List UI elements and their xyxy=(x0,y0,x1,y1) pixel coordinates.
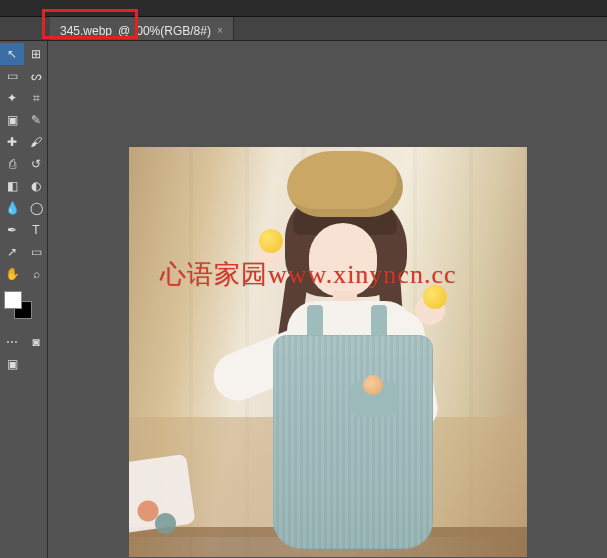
hand-tool[interactable]: ✋ xyxy=(0,263,24,285)
blur-icon: 💧 xyxy=(5,201,20,215)
photo-subject xyxy=(217,147,427,557)
history-icon: ↺ xyxy=(31,157,41,171)
rect-icon: ▭ xyxy=(31,245,42,259)
brush-tool[interactable]: 🖌 xyxy=(24,131,48,153)
dodge-tool[interactable]: ◯ xyxy=(24,197,48,219)
frame-tool[interactable]: ▣ xyxy=(0,109,24,131)
edit-toolbar-button[interactable]: ⋯ xyxy=(0,331,24,353)
rectangle-tool[interactable]: ▭ xyxy=(24,241,48,263)
edit-icon: ⋯ xyxy=(6,335,18,349)
toolbox-panel: ↖ ⊞ ▭ ᔕ ✦ ⌗ ▣ ✎ ✚ 🖌 ⎙ ↺ ◧ ◐ 💧 ◯ ✒ T ↗ ▭ … xyxy=(0,41,48,558)
eraser-icon: ◧ xyxy=(7,179,18,193)
artboard-icon: ⊞ xyxy=(31,47,41,61)
tab-zoom-mode: 00%(RGB/8#) xyxy=(136,24,211,38)
lasso-tool[interactable]: ᔕ xyxy=(24,65,48,87)
marquee-icon: ▭ xyxy=(7,69,18,83)
move-icon: ↖ xyxy=(7,47,17,61)
crop-tool[interactable]: ⌗ xyxy=(24,87,48,109)
screenmode-icon: ▣ xyxy=(7,357,18,371)
frame-icon: ▣ xyxy=(7,113,18,127)
type-icon: T xyxy=(32,223,39,237)
canvas-area[interactable] xyxy=(48,41,607,558)
color-swatches[interactable] xyxy=(0,291,47,327)
eyedropper-tool[interactable]: ✎ xyxy=(24,109,48,131)
quick-mask-button[interactable]: ◙ xyxy=(24,331,48,353)
path-select-tool[interactable]: ↗ xyxy=(0,241,24,263)
pen-icon: ✒ xyxy=(7,223,17,237)
magic-icon: ✦ xyxy=(7,91,17,105)
gradient-tool[interactable]: ◐ xyxy=(24,175,48,197)
zoom-tool[interactable]: ⌕ xyxy=(24,263,48,285)
document-tab-bar: 345.webp @ 00%(RGB/8#) × xyxy=(0,17,607,41)
stamp-icon: ⎙ xyxy=(9,157,16,171)
close-icon[interactable]: × xyxy=(217,25,223,36)
document-tab[interactable]: 345.webp @ 00%(RGB/8#) × xyxy=(50,17,234,40)
marquee-tool[interactable]: ▭ xyxy=(0,65,24,87)
blur-tool[interactable]: 💧 xyxy=(0,197,24,219)
healing-tool[interactable]: ✚ xyxy=(0,131,24,153)
magic-wand-tool[interactable]: ✦ xyxy=(0,87,24,109)
move-tool[interactable]: ↖ xyxy=(0,43,24,65)
heal-icon: ✚ xyxy=(7,135,17,149)
history-brush-tool[interactable]: ↺ xyxy=(24,153,48,175)
tab-filename: 345.webp xyxy=(60,24,112,38)
brush-icon: 🖌 xyxy=(30,135,42,149)
path-icon: ↗ xyxy=(7,245,17,259)
foreground-color-swatch[interactable] xyxy=(4,291,22,309)
pen-tool[interactable]: ✒ xyxy=(0,219,24,241)
gradient-icon: ◐ xyxy=(31,179,41,193)
clone-stamp-tool[interactable]: ⎙ xyxy=(0,153,24,175)
tab-at: @ xyxy=(118,24,130,38)
dodge-icon: ◯ xyxy=(30,201,43,215)
eyedropper-icon: ✎ xyxy=(31,113,41,127)
quickmask-icon: ◙ xyxy=(32,335,39,349)
photo-pillow-pattern xyxy=(133,491,183,541)
lasso-icon: ᔕ xyxy=(31,69,42,83)
artboard-tool[interactable]: ⊞ xyxy=(24,43,48,65)
crop-icon: ⌗ xyxy=(33,91,40,105)
screen-mode-button[interactable]: ▣ xyxy=(0,353,24,375)
canvas-image[interactable] xyxy=(129,147,527,557)
eraser-tool[interactable]: ◧ xyxy=(0,175,24,197)
hand-icon: ✋ xyxy=(5,267,20,281)
menu-bar xyxy=(0,0,607,17)
zoom-icon: ⌕ xyxy=(33,267,40,281)
type-tool[interactable]: T xyxy=(24,219,48,241)
